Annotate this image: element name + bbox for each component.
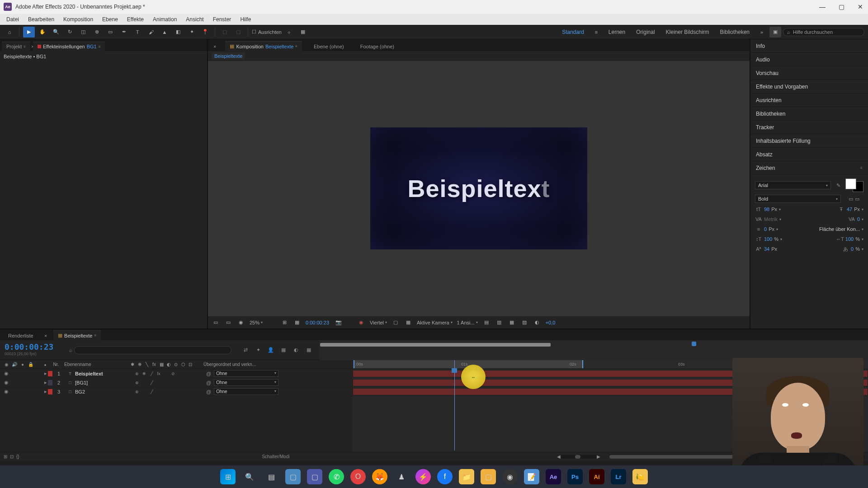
menu-komposition[interactable]: Komposition <box>59 16 98 23</box>
panel-toggle-icon[interactable]: ▣ <box>769 27 781 38</box>
channel-icon[interactable]: ◉ <box>357 319 365 326</box>
close-button[interactable]: ✕ <box>856 3 864 11</box>
tab-renderliste[interactable]: Renderliste <box>4 331 38 340</box>
no-fill-icon[interactable]: ▭ ▭ <box>844 195 863 202</box>
kerning-field[interactable]: VA Metrik▾ <box>755 216 781 223</box>
anchor-tool[interactable]: ⊕ <box>91 27 103 38</box>
font-style-dropdown[interactable]: Bold▾ <box>755 195 841 203</box>
res-icon[interactable]: ⊞ <box>281 319 288 326</box>
obs-icon[interactable]: ◉ <box>502 469 518 484</box>
folder-icon[interactable]: 📁 <box>459 469 474 484</box>
workspace-more-icon[interactable]: » <box>756 27 768 38</box>
menu-effekte[interactable]: Effekte <box>123 16 148 23</box>
resolution-dropdown[interactable]: Viertel▾ <box>370 320 387 325</box>
teams-icon[interactable]: ▢ <box>307 469 322 484</box>
color-swatches[interactable] <box>845 178 863 192</box>
puppet-tool[interactable]: 📍 <box>199 27 211 38</box>
panel-effekte[interactable]: Effekte und Vorgaben <box>750 80 868 94</box>
panel-bibliotheken[interactable]: Bibliotheken <box>750 107 868 121</box>
visibility-toggle[interactable]: ◉ <box>3 380 10 386</box>
layer-color-label[interactable] <box>48 389 52 394</box>
opera-icon[interactable]: O <box>350 469 366 484</box>
workspace-lernen[interactable]: Lernen <box>604 28 630 36</box>
zoom-in-icon[interactable]: ▶ <box>597 454 600 459</box>
pickwhip-icon[interactable]: @ <box>206 371 211 376</box>
explorer-icon[interactable]: ▢ <box>285 469 301 484</box>
menu-bearbeiten[interactable]: Bearbeiten <box>24 16 59 23</box>
snap-options-icon[interactable]: ⟐ <box>283 27 295 38</box>
composition-viewer[interactable]: Beispieltext <box>208 61 750 316</box>
timecode-display[interactable]: 0:00:00:23 00023 (25,00 fps) <box>0 340 63 360</box>
leading-field[interactable]: Ŧ 47 Px▾ <box>838 206 863 213</box>
visibility-toggle[interactable]: ◉ <box>3 389 10 395</box>
footer-timecode[interactable]: 0:00:00:23 <box>306 320 329 325</box>
selection-tool[interactable]: ▶ <box>23 27 35 38</box>
font-size-field[interactable]: tT 98 Px▾ <box>755 206 781 213</box>
view-icon-2[interactable]: ▥ <box>495 319 503 326</box>
parent-dropdown[interactable]: Ohne▾ <box>214 370 278 377</box>
parent-dropdown[interactable]: Ohne▾ <box>214 379 278 386</box>
menu-ebene[interactable]: Ebene <box>98 16 123 23</box>
breadcrumb-item[interactable]: Beispieltexte <box>212 52 245 60</box>
mask-icon[interactable]: ◉ <box>237 319 245 326</box>
stroke-swatch[interactable]: ▢ <box>232 27 244 38</box>
toggle-brackets-icon[interactable]: {} <box>16 454 19 459</box>
shape-tool[interactable]: ▭ <box>104 27 116 38</box>
roto-tool[interactable]: ✦ <box>186 27 198 38</box>
menu-datei[interactable]: Datei <box>2 16 24 23</box>
pen-tool[interactable]: ✒ <box>118 27 130 38</box>
pickwhip-icon[interactable]: @ <box>206 389 211 394</box>
views-dropdown[interactable]: 1 Ansi...▾ <box>457 320 478 325</box>
workspace-original[interactable]: Original <box>632 28 659 36</box>
fill-swatch[interactable]: ▢ <box>219 27 231 38</box>
view-icon-3[interactable]: ▦ <box>508 319 516 326</box>
hscale-field[interactable]: ↔T 100 %▾ <box>836 235 863 243</box>
messenger-icon[interactable]: ⚡ <box>415 469 431 484</box>
timeline-search-input[interactable] <box>74 346 231 354</box>
tab-timeline-comp[interactable]: ▦ Beispieltexte ≡ <box>53 330 101 340</box>
frame-blend-icon[interactable]: ▦ <box>278 345 288 355</box>
toggle-modes-icon[interactable]: ⊡ <box>10 454 14 459</box>
firefox-icon[interactable]: 🦊 <box>372 469 387 484</box>
tracking-field[interactable]: VA 0▾ <box>848 216 863 223</box>
facebook-icon[interactable]: f <box>437 469 453 484</box>
zoom-out-icon[interactable]: ◀ <box>557 454 561 459</box>
menu-hilfe[interactable]: Hilfe <box>236 16 255 23</box>
tab-projekt[interactable]: Projekt ≡ <box>2 42 30 51</box>
switches-toggle-button[interactable]: Schalter/Modi <box>148 454 403 459</box>
notepad-icon[interactable]: 📝 <box>524 469 539 484</box>
tab-footage[interactable]: Footage (ohne) <box>356 42 399 51</box>
panel-info[interactable]: Info <box>750 39 868 53</box>
app-icon[interactable]: 🍋 <box>632 469 648 484</box>
graph-editor-icon[interactable]: ▦ <box>304 345 314 355</box>
layer-color-label[interactable] <box>48 371 52 376</box>
panel-inhaltsbasierte[interactable]: Inhaltsbasierte Füllung <box>750 134 868 148</box>
layer-color-label[interactable] <box>48 380 52 385</box>
exposure-icon[interactable]: ◐ <box>533 319 541 326</box>
toggle-switches-icon[interactable]: ⊞ <box>4 454 7 459</box>
view-icon-4[interactable]: ▧ <box>520 319 528 326</box>
menu-animation[interactable]: Animation <box>148 16 181 23</box>
motion-blur-icon[interactable]: ◐ <box>291 345 301 355</box>
minimize-button[interactable]: — <box>818 3 826 11</box>
whatsapp-icon[interactable]: ✆ <box>329 469 344 484</box>
zoom-tool[interactable]: 🔍 <box>50 27 62 38</box>
baseline-field[interactable]: Aª 34 Px <box>755 245 777 253</box>
draft3d-icon[interactable]: ✦ <box>253 345 263 355</box>
home-button[interactable]: ⌂ <box>4 27 15 38</box>
rotate-tool[interactable]: ↻ <box>64 27 75 38</box>
tsume-field[interactable]: あ 0 %▾ <box>842 245 863 253</box>
workspace-bibliotheken[interactable]: Bibliotheken <box>716 28 754 36</box>
maximize-button[interactable]: ▢ <box>837 3 845 11</box>
panel-vorschau[interactable]: Vorschau <box>750 66 868 80</box>
panel-zeichen[interactable]: Zeichen≡ <box>750 161 868 175</box>
illustrator-icon[interactable]: Ai <box>589 469 604 484</box>
parent-dropdown[interactable]: Ohne▾ <box>214 388 278 395</box>
start-button[interactable]: ⊞ <box>220 469 236 484</box>
clone-tool[interactable]: ▲ <box>159 27 170 38</box>
stroke-width-field[interactable]: ≡ 0 Px▾ <box>755 225 778 233</box>
app-icon[interactable]: ▢ <box>481 469 496 484</box>
transparency-icon[interactable]: ▦ <box>404 319 412 326</box>
workspace-standard[interactable]: Standard <box>557 28 589 36</box>
shy-icon[interactable]: 👤 <box>266 345 276 355</box>
